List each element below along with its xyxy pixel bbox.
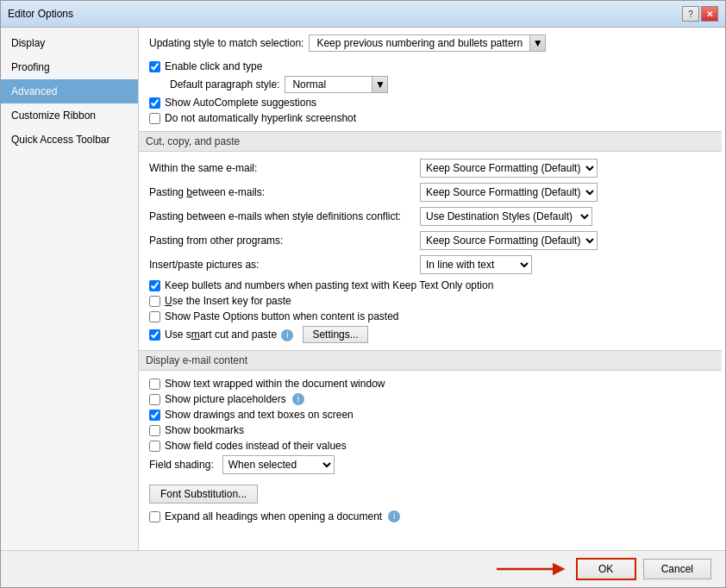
default-para-select[interactable]: Normal ▼ — [285, 76, 388, 93]
cancel-button[interactable]: Cancel — [643, 559, 711, 579]
updating-style-value: Keep previous numbering and bullets patt… — [310, 35, 529, 51]
updating-style-label: Updating style to match selection: — [149, 37, 304, 49]
field-shading-select[interactable]: When selected — [222, 455, 335, 474]
within-same-email-row: Within the same e-mail: Keep Source Form… — [149, 159, 711, 178]
insert-paste-select[interactable]: In line with text — [420, 255, 532, 274]
updating-style-select[interactable]: Keep previous numbering and bullets patt… — [309, 34, 546, 52]
font-substitution-button[interactable]: Font Substitution... — [149, 485, 258, 504]
default-para-value: Normal — [285, 77, 372, 92]
use-smart-cut-checkbox[interactable] — [149, 329, 160, 341]
arrow-indicator — [15, 559, 566, 579]
sidebar: Display Proofing Advanced Customize Ribb… — [1, 28, 139, 550]
pasting-between-label: Pasting between e-mails: — [149, 186, 416, 198]
do-not-hyperlink-row: Do not automatically hyperlink screensho… — [149, 112, 711, 124]
field-shading-row: Field shading: When selected — [149, 455, 711, 474]
expand-headings-row: Expand all headings when opening a docum… — [149, 510, 711, 522]
keep-bullets-label: Keep bullets and numbers when pasting te… — [165, 279, 493, 291]
updating-style-row: Updating style to match selection: Keep … — [149, 34, 711, 55]
dialog-footer: OK Cancel — [1, 550, 725, 587]
sidebar-item-customize-ribbon[interactable]: Customize Ribbon — [1, 103, 138, 128]
pasting-conflict-label: Pasting between e-mails when style defin… — [149, 210, 416, 222]
show-field-codes-label: Show field codes instead of their values — [165, 440, 347, 452]
pasting-other-row: Pasting from other programs: Keep Source… — [149, 231, 711, 250]
pasting-other-select[interactable]: Keep Source Formatting (Default) — [420, 231, 598, 250]
show-paste-options-label: Show Paste Options button when content i… — [165, 310, 399, 322]
do-not-hyperlink-label: Do not automatically hyperlink screensho… — [165, 112, 356, 124]
use-smart-cut-row: Use smart cut and paste i Settings... — [149, 326, 711, 343]
settings-button[interactable]: Settings... — [303, 326, 367, 343]
sidebar-item-display[interactable]: Display — [1, 31, 138, 55]
show-picture-placeholders-row: Show picture placeholders i — [149, 393, 711, 405]
do-not-hyperlink-checkbox[interactable] — [149, 113, 160, 124]
show-text-wrapped-label: Show text wrapped within the document wi… — [165, 378, 385, 390]
show-autocomplete-label: Show AutoComplete suggestions — [165, 97, 316, 109]
main-content: Updating style to match selection: Keep … — [139, 28, 725, 550]
ok-button[interactable]: OK — [576, 558, 636, 580]
enable-click-type-row: Enable click and type — [149, 60, 711, 72]
show-text-wrapped-checkbox[interactable] — [149, 378, 160, 390]
title-bar-controls: ? ✕ — [682, 6, 718, 22]
pasting-conflict-row: Pasting between e-mails when style defin… — [149, 207, 711, 226]
use-insert-key-checkbox[interactable] — [149, 296, 160, 307]
field-shading-label: Field shading: — [149, 459, 214, 471]
pasting-between-select[interactable]: Keep Source Formatting (Default) — [420, 183, 598, 202]
show-paste-options-row: Show Paste Options button when content i… — [149, 310, 711, 322]
pasting-between-row: Pasting between e-mails: Keep Source For… — [149, 183, 711, 202]
show-bookmarks-label: Show bookmarks — [165, 424, 244, 436]
pasting-conflict-select[interactable]: Use Destination Styles (Default) — [420, 207, 592, 226]
expand-headings-info-icon[interactable]: i — [388, 510, 400, 522]
editor-options-dialog: Editor Options ? ✕ Display Proofing Adva… — [0, 0, 726, 588]
show-text-wrapped-row: Show text wrapped within the document wi… — [149, 378, 711, 390]
title-bar: Editor Options ? ✕ — [1, 1, 725, 28]
enable-click-type-label: Enable click and type — [165, 60, 262, 72]
picture-placeholder-info-icon[interactable]: i — [292, 393, 304, 405]
insert-paste-label: Insert/paste pictures as: — [149, 259, 416, 271]
show-bookmarks-row: Show bookmarks — [149, 424, 711, 436]
use-smart-cut-label: Use smart cut and paste i — [165, 328, 293, 341]
smart-cut-info-icon[interactable]: i — [281, 329, 293, 341]
font-substitution-wrapper: Font Substitution... — [149, 481, 711, 507]
sidebar-item-quick-access[interactable]: Quick Access Toolbar — [1, 128, 138, 152]
within-same-email-label: Within the same e-mail: — [149, 162, 416, 174]
dialog-title: Editor Options — [8, 8, 73, 20]
show-autocomplete-row: Show AutoComplete suggestions — [149, 97, 711, 109]
pasting-other-label: Pasting from other programs: — [149, 235, 416, 247]
show-field-codes-row: Show field codes instead of their values — [149, 440, 711, 452]
cut-copy-paste-header: Cut, copy, and paste — [139, 131, 722, 152]
show-drawings-row: Show drawings and text boxes on screen — [149, 409, 711, 421]
show-drawings-label: Show drawings and text boxes on screen — [165, 409, 354, 421]
scroll-area: Updating style to match selection: Keep … — [139, 28, 725, 550]
show-field-codes-checkbox[interactable] — [149, 441, 160, 452]
show-drawings-checkbox[interactable] — [149, 410, 160, 421]
show-bookmarks-checkbox[interactable] — [149, 425, 160, 436]
updating-style-dropdown-btn[interactable]: ▼ — [529, 35, 545, 51]
show-picture-placeholders-label: Show picture placeholders — [165, 393, 286, 405]
default-para-dropdown-btn[interactable]: ▼ — [372, 77, 387, 92]
ok-arrow-icon — [497, 559, 566, 579]
within-same-email-select[interactable]: Keep Source Formatting (Default) — [420, 159, 598, 178]
show-picture-placeholders-checkbox[interactable] — [149, 394, 160, 405]
expand-headings-label: Expand all headings when opening a docum… — [165, 510, 382, 522]
expand-headings-checkbox[interactable] — [149, 511, 160, 522]
dialog-body: Display Proofing Advanced Customize Ribb… — [1, 28, 725, 550]
help-button[interactable]: ? — [682, 6, 699, 22]
use-insert-key-label: Use the Insert key for paste — [165, 295, 291, 307]
close-button[interactable]: ✕ — [701, 6, 718, 22]
display-email-header: Display e-mail content — [139, 350, 722, 371]
keep-bullets-row: Keep bullets and numbers when pasting te… — [149, 279, 711, 291]
keep-bullets-checkbox[interactable] — [149, 280, 160, 291]
show-autocomplete-checkbox[interactable] — [149, 97, 160, 109]
show-paste-options-checkbox[interactable] — [149, 311, 160, 322]
insert-paste-row: Insert/paste pictures as: In line with t… — [149, 255, 711, 274]
sidebar-item-proofing[interactable]: Proofing — [1, 55, 138, 79]
default-para-row: Default paragraph style: Normal ▼ — [170, 76, 711, 93]
use-insert-key-row: Use the Insert key for paste — [149, 295, 711, 307]
default-para-label: Default paragraph style: — [170, 78, 279, 91]
enable-click-type-checkbox[interactable] — [149, 61, 160, 72]
sidebar-item-advanced[interactable]: Advanced — [1, 79, 138, 103]
title-bar-left: Editor Options — [8, 8, 73, 20]
